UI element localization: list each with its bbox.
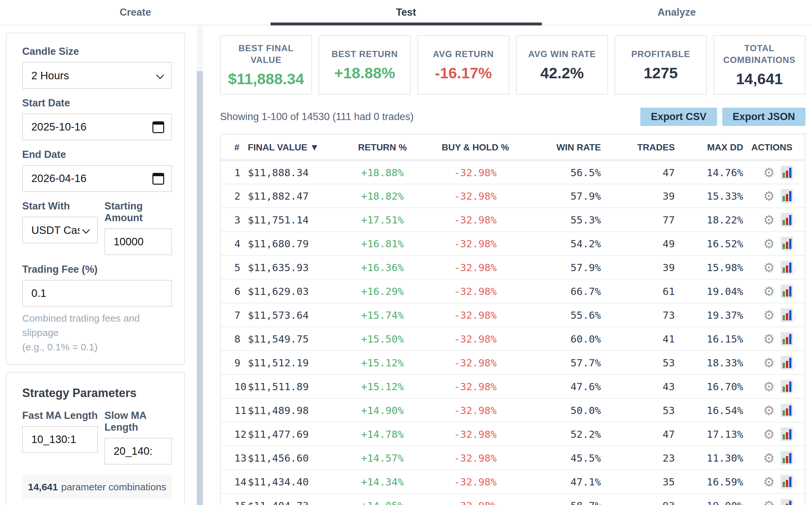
return-cell: +17.51% <box>340 208 425 231</box>
start-with-select[interactable]: USDT Cash <box>23 217 97 243</box>
gear-icon[interactable]: ⚙ <box>763 261 775 274</box>
fast-ma-input[interactable] <box>23 427 97 452</box>
bar-chart-icon[interactable] <box>781 428 793 441</box>
actions-cell: ⚙ <box>751 398 805 422</box>
gear-icon[interactable]: ⚙ <box>763 332 775 345</box>
gear-icon[interactable]: ⚙ <box>763 166 775 179</box>
sidebar-scrollbar-track[interactable] <box>197 25 203 505</box>
actions-cell: ⚙ <box>751 231 805 256</box>
bar-chart-icon[interactable] <box>781 189 793 203</box>
table-row: 2 $11,882.47 +18.82% -32.98% 57.9% 39 15… <box>221 184 805 208</box>
table-row: 3 $11,751.14 +17.51% -32.98% 55.3% 77 18… <box>221 208 805 231</box>
bar-chart-icon[interactable] <box>781 261 793 274</box>
column-header-win-rate[interactable]: WIN RATE <box>525 134 612 160</box>
bar-chart-icon[interactable] <box>781 499 793 505</box>
buy-hold-cell: -32.98% <box>425 184 525 208</box>
export-csv-button[interactable]: Export CSV <box>640 108 717 126</box>
rank-cell: 7 <box>221 303 245 327</box>
return-cell: +14.05% <box>340 494 425 505</box>
final-value-cell: $11,751.14 <box>245 208 340 231</box>
column-header-actions: ACTIONS <box>751 134 805 160</box>
starting-amount-label: Starting Amount <box>105 200 172 224</box>
candle-size-select[interactable]: 2 Hours <box>23 63 171 88</box>
results-table: # FINAL VALUE ▼ RETURN % BUY & HOLD % WI… <box>220 134 805 505</box>
column-header-buy-hold[interactable]: BUY & HOLD % <box>425 134 525 160</box>
trades-cell: 39 <box>612 184 683 208</box>
gear-icon[interactable]: ⚙ <box>763 189 775 203</box>
buy-hold-cell: -32.98% <box>425 446 525 470</box>
bar-chart-icon[interactable] <box>781 475 793 489</box>
gear-icon[interactable]: ⚙ <box>763 285 775 298</box>
gear-icon[interactable]: ⚙ <box>763 475 775 488</box>
win-rate-cell: 52.2% <box>525 422 612 446</box>
column-header-max-dd[interactable]: MAX DD <box>683 134 751 160</box>
stat-label: AVG WIN RATE <box>528 48 596 60</box>
tab-create[interactable]: Create <box>0 0 271 25</box>
max-dd-cell: 14.76% <box>683 160 751 184</box>
buy-hold-cell: -32.98% <box>425 494 525 505</box>
bar-chart-icon[interactable] <box>781 356 793 370</box>
column-header-rank[interactable]: # <box>221 134 245 160</box>
trades-cell: 47 <box>612 422 683 446</box>
return-cell: +16.81% <box>340 231 425 256</box>
export-json-button[interactable]: Export JSON <box>722 108 805 126</box>
bar-chart-icon[interactable] <box>781 403 793 417</box>
rank-cell: 2 <box>221 184 245 208</box>
gear-icon[interactable]: ⚙ <box>763 356 775 369</box>
win-rate-cell: 47.1% <box>525 470 612 494</box>
final-value-cell: $11,434.40 <box>245 470 340 494</box>
gear-icon[interactable]: ⚙ <box>763 237 775 250</box>
final-value-cell: $11,549.75 <box>245 327 340 351</box>
buy-hold-cell: -32.98% <box>425 231 525 256</box>
tab-analyze[interactable]: Analyze <box>541 0 812 25</box>
gear-icon[interactable]: ⚙ <box>763 309 775 322</box>
gear-icon[interactable]: ⚙ <box>763 404 775 417</box>
gear-icon[interactable]: ⚙ <box>763 499 775 505</box>
table-row: 15 $11,404.73 +14.05% -32.98% 58.7% 93 1… <box>221 494 805 505</box>
final-value-cell: $11,477.69 <box>245 422 340 446</box>
slow-ma-input[interactable] <box>105 439 171 464</box>
gear-icon[interactable]: ⚙ <box>763 380 775 393</box>
trading-fee-input[interactable] <box>23 281 171 306</box>
buy-hold-cell: -32.98% <box>425 351 525 374</box>
trades-cell: 77 <box>612 208 683 231</box>
return-cell: +18.82% <box>340 184 425 208</box>
actions-cell: ⚙ <box>751 327 805 351</box>
bar-chart-icon[interactable] <box>781 166 793 179</box>
bar-chart-icon[interactable] <box>781 285 793 298</box>
tab-test[interactable]: Test <box>271 0 541 25</box>
trades-cell: 61 <box>612 279 683 303</box>
bar-chart-icon[interactable] <box>781 237 793 250</box>
return-cell: +14.90% <box>340 398 425 422</box>
gear-icon[interactable]: ⚙ <box>763 213 775 226</box>
end-date-input[interactable] <box>23 166 171 191</box>
sidebar-scrollbar-thumb[interactable] <box>197 71 203 505</box>
start-date-input[interactable] <box>23 114 171 140</box>
strategy-parameters-title: Strategy Parameters <box>22 386 172 400</box>
stat-value: 42.2% <box>540 64 584 82</box>
starting-amount-input[interactable] <box>105 229 171 255</box>
bar-chart-icon[interactable] <box>781 332 793 346</box>
bar-chart-icon[interactable] <box>781 380 793 393</box>
buy-hold-cell: -32.98% <box>425 374 525 398</box>
rank-cell: 11 <box>221 398 245 422</box>
final-value-cell: $11,489.98 <box>245 398 340 422</box>
trading-fee-help: Combined trading fees and slippage (e.g.… <box>22 311 172 354</box>
rank-cell: 13 <box>221 446 245 470</box>
bar-chart-icon[interactable] <box>781 213 793 227</box>
column-header-return[interactable]: RETURN % <box>340 134 425 160</box>
gear-icon[interactable]: ⚙ <box>763 428 775 441</box>
max-dd-cell: 19.00% <box>683 494 751 505</box>
column-header-trades[interactable]: TRADES <box>612 134 683 160</box>
max-dd-cell: 15.98% <box>683 256 751 279</box>
bar-chart-icon[interactable] <box>781 451 793 465</box>
rank-cell: 12 <box>221 422 245 446</box>
return-cell: +15.12% <box>340 374 425 398</box>
actions-cell: ⚙ <box>751 374 805 398</box>
buy-hold-cell: -32.98% <box>425 422 525 446</box>
gear-icon[interactable]: ⚙ <box>763 452 775 465</box>
actions-cell: ⚙ <box>751 422 805 446</box>
bar-chart-icon[interactable] <box>781 308 793 322</box>
column-header-final-value[interactable]: FINAL VALUE ▼ <box>245 134 340 160</box>
actions-cell: ⚙ <box>751 494 805 505</box>
